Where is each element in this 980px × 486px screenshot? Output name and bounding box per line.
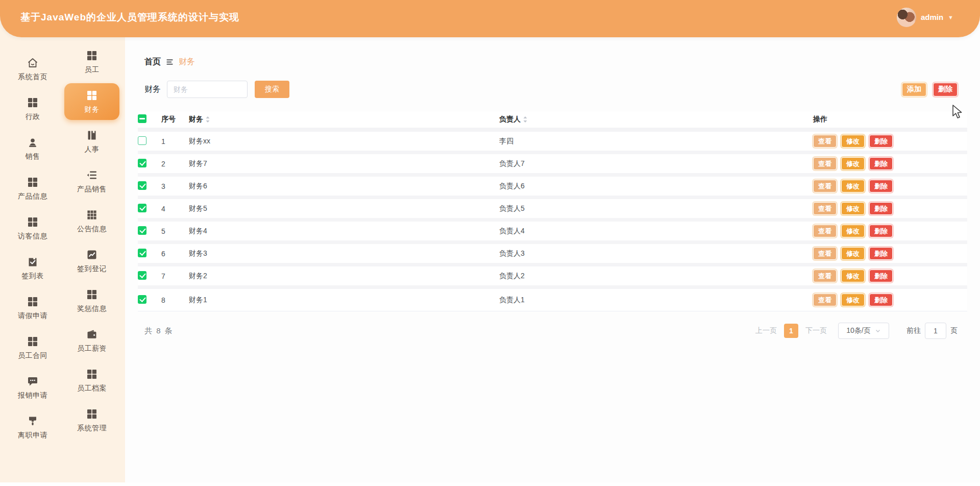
- sidebar-item-15[interactable]: 员工合同: [5, 329, 60, 366]
- row-edit-button[interactable]: 修改: [841, 202, 865, 215]
- sidebar-item-label: 行政: [26, 112, 40, 121]
- sidebar-item-label: 报销申请: [18, 391, 47, 400]
- sidebar-item-label: 员工薪资: [77, 344, 107, 353]
- sidebar-item-5[interactable]: 销售: [5, 130, 60, 167]
- row-edit-button[interactable]: 修改: [841, 180, 865, 192]
- row-view-button[interactable]: 查看: [813, 157, 837, 170]
- finance-table: 序号 财务 负责人 操作 1 财务xx 李四 查看 修改 删除 2 财务7: [138, 111, 967, 311]
- search-button[interactable]: 搜索: [255, 81, 289, 98]
- sidebar-item-20[interactable]: 系统管理: [64, 402, 119, 439]
- sidebar-item-label: 访客信息: [18, 232, 47, 241]
- app-header: 基于JavaWeb的企业人员管理系统的设计与实现 admin ▼: [0, 0, 980, 37]
- breadcrumb-current: 财务: [179, 57, 195, 67]
- sidebar-item-13[interactable]: 请假申请: [5, 289, 60, 326]
- row-checkbox[interactable]: [138, 159, 146, 167]
- col-header-name[interactable]: 财务: [189, 115, 203, 124]
- row-index: 3: [161, 182, 189, 190]
- next-page-button[interactable]: 下一页: [805, 326, 827, 335]
- row-delete-button[interactable]: 删除: [869, 247, 893, 260]
- breadcrumb-home[interactable]: 首页: [144, 57, 161, 67]
- row-view-button[interactable]: 查看: [813, 135, 837, 148]
- row-view-button[interactable]: 查看: [813, 225, 837, 237]
- goto-label: 前往: [906, 326, 921, 335]
- row-checkbox[interactable]: [138, 249, 146, 257]
- list-icon: [86, 169, 98, 181]
- row-edit-button[interactable]: 修改: [841, 294, 865, 306]
- sidebar-item-label: 财务: [85, 105, 100, 114]
- col-header-owner[interactable]: 负责人: [499, 115, 521, 124]
- row-view-button[interactable]: 查看: [813, 247, 837, 260]
- search-bar: 财务 搜索 添加 删除: [144, 81, 958, 98]
- row-checkbox[interactable]: [138, 181, 146, 190]
- row-delete-button[interactable]: 删除: [869, 202, 893, 215]
- row-delete-button[interactable]: 删除: [869, 225, 893, 237]
- delete-button[interactable]: 删除: [933, 83, 958, 96]
- col-header-index: 序号: [161, 115, 189, 124]
- row-delete-button[interactable]: 删除: [869, 180, 893, 192]
- sidebar-item-7[interactable]: 产品信息: [5, 170, 60, 207]
- sidebar-item-9[interactable]: 访客信息: [5, 210, 60, 247]
- clipboard-check-icon: [27, 256, 39, 268]
- sidebar-item-4[interactable]: 财务: [64, 83, 119, 120]
- notebook-icon: [86, 129, 98, 141]
- row-delete-button[interactable]: 删除: [869, 294, 893, 306]
- row-name: 财务1: [189, 296, 499, 305]
- avatar[interactable]: [897, 8, 916, 27]
- sidebar-item-18[interactable]: 员工档案: [64, 362, 119, 399]
- row-edit-button[interactable]: 修改: [841, 135, 865, 148]
- sidebar-item-6[interactable]: 人事: [64, 123, 119, 160]
- row-view-button[interactable]: 查看: [813, 270, 837, 282]
- sidebar-item-3[interactable]: 行政: [5, 90, 60, 127]
- sidebar-item-10[interactable]: 公告信息: [64, 203, 119, 239]
- sidebar-menu: 系统首页 员工 行政 财务 销售 人事 产品信息 产品销售 访客信息 公告信息 …: [0, 0, 125, 447]
- row-view-button[interactable]: 查看: [813, 294, 837, 306]
- sidebar-item-19[interactable]: 离职申请: [5, 409, 60, 446]
- row-checkbox[interactable]: [138, 226, 146, 235]
- row-delete-button[interactable]: 删除: [869, 157, 893, 170]
- row-view-button[interactable]: 查看: [813, 180, 837, 192]
- row-name: 财务5: [189, 204, 499, 213]
- table-row: 8 财务1 负责人1 查看 修改 删除: [138, 289, 967, 311]
- row-owner: 负责人5: [499, 204, 813, 213]
- row-checkbox[interactable]: [138, 271, 146, 280]
- sidebar-item-12[interactable]: 签到登记: [64, 242, 119, 279]
- sort-icon[interactable]: [205, 116, 210, 123]
- sidebar-item-2[interactable]: 员工: [64, 43, 119, 80]
- pagination: 上一页 1 下一页 10条/页 前往 页: [755, 323, 958, 339]
- sidebar-item-label: 奖惩信息: [77, 304, 107, 313]
- goto-page-input[interactable]: [925, 323, 946, 339]
- add-button[interactable]: 添加: [902, 83, 926, 96]
- page-size-select[interactable]: 10条/页: [838, 323, 889, 339]
- row-index: 2: [161, 160, 189, 168]
- prev-page-button[interactable]: 上一页: [755, 326, 777, 335]
- row-edit-button[interactable]: 修改: [841, 225, 865, 237]
- user-menu[interactable]: admin ▼: [897, 8, 953, 27]
- row-delete-button[interactable]: 删除: [869, 135, 893, 148]
- row-edit-button[interactable]: 修改: [841, 157, 865, 170]
- select-all-checkbox[interactable]: [138, 114, 146, 123]
- total-count: 共 8 条: [144, 326, 174, 336]
- row-checkbox[interactable]: [138, 136, 146, 145]
- row-edit-button[interactable]: 修改: [841, 247, 865, 260]
- row-checkbox[interactable]: [138, 204, 146, 212]
- row-checkbox[interactable]: [138, 295, 146, 304]
- goto-suffix: 页: [950, 326, 958, 335]
- row-delete-button[interactable]: 删除: [869, 270, 893, 282]
- row-view-button[interactable]: 查看: [813, 202, 837, 215]
- sidebar-item-16[interactable]: 员工薪资: [64, 322, 119, 359]
- brush-icon: [27, 415, 39, 427]
- sidebar-item-17[interactable]: 报销申请: [5, 369, 60, 406]
- sort-icon[interactable]: [523, 116, 528, 123]
- sidebar-item-8[interactable]: 产品销售: [64, 163, 119, 200]
- sidebar-item-11[interactable]: 签到表: [5, 250, 60, 286]
- grid-icon: [86, 288, 98, 301]
- sidebar-item-14[interactable]: 奖惩信息: [64, 282, 119, 319]
- current-page-button[interactable]: 1: [784, 324, 798, 338]
- row-edit-button[interactable]: 修改: [841, 270, 865, 282]
- sidebar-item-1[interactable]: 系统首页: [5, 51, 60, 87]
- grid-icon: [86, 89, 98, 102]
- table-row: 2 财务7 负责人7 查看 修改 删除: [138, 154, 967, 177]
- row-name: 财务3: [189, 249, 499, 258]
- search-input[interactable]: [167, 81, 248, 98]
- trend-chart-icon: [86, 249, 98, 261]
